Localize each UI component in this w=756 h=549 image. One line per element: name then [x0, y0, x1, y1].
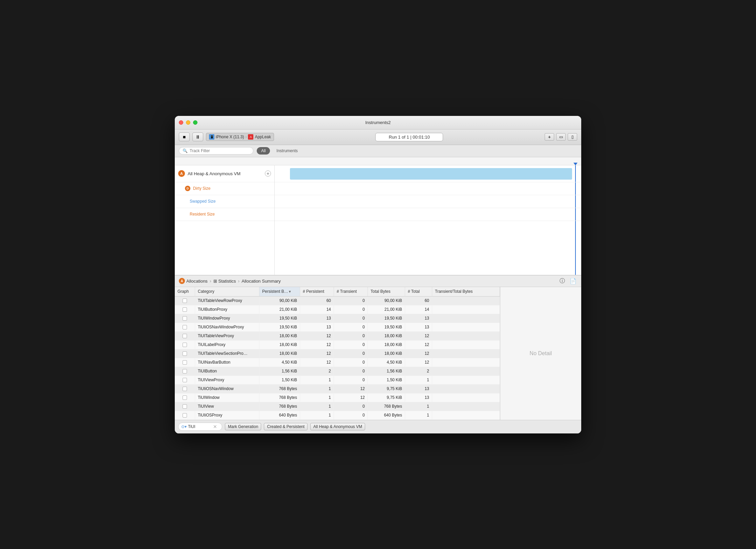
td-category-1: TiUIButtonProxy [195, 305, 259, 314]
table-row[interactable]: TiUITableViewProxy 18,00 KiB 12 0 18,00 … [175, 332, 500, 341]
row-checkbox-12[interactable] [183, 404, 187, 409]
row-checkbox-1[interactable] [183, 307, 187, 312]
td-persistent-8: 1,56 KiB [259, 367, 300, 375]
td-transient-total-0 [432, 297, 500, 305]
maximize-button[interactable] [193, 120, 197, 125]
td-category-4: TiUITableViewProxy [195, 332, 259, 340]
row-checkbox-0[interactable] [183, 299, 187, 303]
td-category-12: TiUIView [195, 402, 259, 411]
filter-tab-all[interactable]: All [257, 147, 270, 155]
swapped-size-track-label[interactable]: Swapped Size [175, 195, 274, 208]
heap-dropdown[interactable]: All Heap & Anonymous VM [310, 423, 365, 430]
td-category-9: TiUIViewProxy [195, 376, 259, 384]
td-graph-10 [175, 385, 195, 393]
pause-button[interactable]: ⏸ [192, 133, 203, 141]
table-row[interactable]: TiUIWindowProxy 19,50 KiB 13 0 19,50 KiB… [175, 314, 500, 323]
th-category[interactable]: Category [195, 287, 259, 296]
breadcrumb-right: ⓘ 📄 [558, 277, 577, 285]
th-transient-total[interactable]: Transient/Total Bytes [432, 287, 500, 296]
all-heap-track-label[interactable]: A All Heap & Anonymous VM + [175, 165, 274, 182]
td-persistent-9: 1,50 KiB [259, 376, 300, 384]
td-total-0: 60 [405, 297, 432, 305]
td-total-2: 13 [405, 314, 432, 323]
td-transient-10: 12 [334, 385, 368, 393]
view-toggle-1[interactable]: ▭ [556, 133, 566, 141]
main-window: Instruments2 ■ ⏸ 📱 iPhone X (11.3) › A A… [175, 116, 581, 433]
resident-size-track-label[interactable]: Resident Size [175, 208, 274, 221]
info-icon-button[interactable]: ⓘ [558, 277, 566, 285]
table-row[interactable]: TiUINavBarButton 4,50 KiB 12 0 4,50 KiB … [175, 358, 500, 367]
td-transient-4: 0 [334, 332, 368, 340]
search-input[interactable] [188, 424, 212, 429]
row-checkbox-11[interactable] [183, 395, 187, 400]
row-checkbox-9[interactable] [183, 378, 187, 382]
row-checkbox-3[interactable] [183, 325, 187, 329]
table-row[interactable]: TiUILabelProxy 18,00 KiB 12 0 18,00 KiB … [175, 341, 500, 349]
stop-button[interactable]: ■ [179, 133, 190, 141]
playhead-triangle [573, 163, 578, 165]
table-row[interactable]: TiUIiOSProxy 640 Bytes 1 0 640 Bytes 1 [175, 411, 500, 420]
td-category-5: TiUILabelProxy [195, 341, 259, 349]
row-checkbox-6[interactable] [183, 351, 187, 356]
timeline-rows: A All Heap & Anonymous VM + D Dirty Size… [175, 165, 581, 221]
td-transient-8: 0 [334, 367, 368, 375]
th-total-bytes[interactable]: Total Bytes [368, 287, 405, 296]
timeline-bar [290, 168, 572, 180]
mark-generation-button[interactable]: Mark Generation [225, 423, 261, 430]
data-panel: Graph Category Persistent B… ▼ # Persist… [175, 287, 581, 420]
row-checkbox-5[interactable] [183, 343, 187, 347]
th-total[interactable]: # Total [405, 287, 432, 296]
playhead[interactable] [575, 165, 576, 182]
td-category-7: TiUINavBarButton [195, 358, 259, 367]
table-row[interactable]: TiUIViewProxy 1,50 KiB 1 0 1,50 KiB 1 [175, 376, 500, 385]
minimize-button[interactable] [186, 120, 190, 125]
table-row[interactable]: TiUIWindow 768 Bytes 1 12 9,75 KiB 13 [175, 393, 500, 402]
created-persistent-dropdown[interactable]: Created & Persistent [264, 423, 308, 430]
row-checkbox-13[interactable] [183, 413, 187, 418]
dirty-size-track-label[interactable]: D Dirty Size [175, 182, 274, 195]
row-checkbox-10[interactable] [183, 387, 187, 391]
table-row[interactable]: TiUIView 768 Bytes 1 0 768 Bytes 1 [175, 402, 500, 411]
td-transient-5: 0 [334, 341, 368, 349]
table-row[interactable]: TiUITableViewSectionPro… 18,00 KiB 12 0 … [175, 349, 500, 358]
filter-tab-instruments[interactable]: Instruments [272, 147, 302, 155]
export-icon-button[interactable]: 📄 [569, 277, 577, 285]
th-transient[interactable]: # Transient [334, 287, 368, 296]
clear-search-icon[interactable]: ✕ [213, 424, 217, 429]
view-toggle-2[interactable]: ▯ [568, 133, 577, 141]
track-filter-search[interactable]: 🔍 [179, 147, 253, 155]
filterbar: 🔍 All Instruments [175, 145, 581, 157]
th-graph[interactable]: Graph [175, 287, 195, 296]
td-total-bytes-11: 9,75 KiB [368, 393, 405, 402]
close-button[interactable] [179, 120, 183, 125]
breadcrumb-allocations[interactable]: Allocations [186, 279, 208, 284]
playhead-resident [575, 208, 576, 221]
add-track-button[interactable]: + [265, 170, 271, 177]
chevron-right-icon: › [245, 135, 247, 139]
th-persistent[interactable]: Persistent B… ▼ [259, 287, 300, 296]
td-category-2: TiUIWindowProxy [195, 314, 259, 323]
track-filter-input[interactable] [190, 148, 250, 153]
table-section: Graph Category Persistent B… ▼ # Persist… [175, 287, 500, 420]
breadcrumb-summary[interactable]: Allocation Summary [241, 279, 281, 284]
breadcrumb-sep-1: › [210, 278, 211, 284]
td-total-bytes-13: 640 Bytes [368, 411, 405, 420]
device-selector[interactable]: 📱 iPhone X (11.3) › A AppLeak [206, 133, 274, 141]
td-category-6: TiUITableViewSectionPro… [195, 349, 259, 358]
breadcrumb-statistics[interactable]: ⊞Statistics [213, 279, 236, 284]
table-row[interactable]: TiUIButton 1,56 KiB 2 0 1,56 KiB 2 [175, 367, 500, 376]
row-checkbox-2[interactable] [183, 316, 187, 321]
row-checkbox-7[interactable] [183, 360, 187, 365]
table-row[interactable]: TiUIiOSNavWindow 768 Bytes 1 12 9,75 KiB… [175, 385, 500, 393]
row-checkbox-8[interactable] [183, 369, 187, 373]
th-num-persistent[interactable]: # Persistent [300, 287, 334, 296]
row-checkbox-4[interactable] [183, 334, 187, 338]
search-dropdown-icon[interactable]: ⊙▾ [181, 424, 187, 429]
search-field[interactable]: ⊙▾ ✕ [178, 423, 222, 431]
add-instrument-button[interactable]: + [545, 133, 554, 141]
td-total-7: 12 [405, 358, 432, 367]
table-row[interactable]: TiUIButtonProxy 21,00 KiB 14 0 21,00 KiB… [175, 305, 500, 314]
all-heap-icon: A [178, 170, 185, 177]
table-row[interactable]: TiUIiOSNavWindowProxy 19,50 KiB 13 0 19,… [175, 323, 500, 332]
table-row[interactable]: TiUITableViewRowProxy 90,00 KiB 60 0 90,… [175, 297, 500, 305]
